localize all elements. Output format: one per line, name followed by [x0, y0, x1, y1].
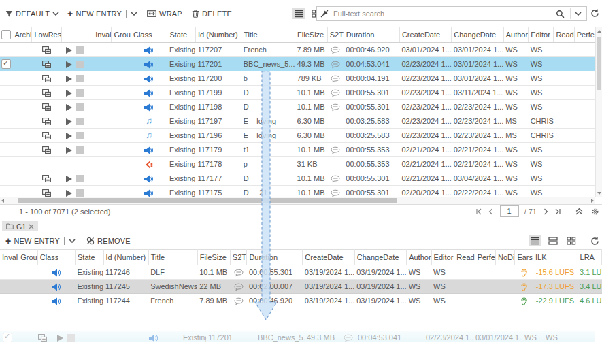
col-id[interactable]: Id (Number)	[103, 250, 148, 265]
table-row[interactable]: Existing 117178 p 31 KB 00:00:55.353 02/…	[0, 157, 595, 171]
table-row[interactable]: Existing 117246 DLF 10.1 MB 00:00:55.301…	[0, 265, 602, 280]
pin-slash-icon[interactable]	[320, 10, 329, 18]
col-perfe[interactable]: Perfe	[475, 250, 495, 265]
select-all-checkbox[interactable]	[1, 30, 11, 39]
list-view-button[interactable]	[529, 235, 541, 246]
col-perfe[interactable]: Perfe	[574, 27, 595, 43]
page-input[interactable]: 1	[500, 205, 519, 217]
scrollbar-thumb[interactable]	[597, 37, 601, 90]
horizontal-scrollbar[interactable]	[0, 197, 595, 204]
delete-button[interactable]: DELETE	[192, 10, 232, 18]
stop-icon[interactable]	[76, 118, 84, 125]
col-title[interactable]: Title	[148, 250, 197, 265]
col-ilk[interactable]: ILK	[533, 250, 578, 265]
stop-icon[interactable]	[76, 75, 84, 82]
col-ears[interactable]: Ears	[515, 250, 533, 265]
stop-icon[interactable]	[76, 103, 84, 111]
play-icon[interactable]	[66, 104, 72, 111]
scrollbar-thumb[interactable]	[18, 198, 397, 203]
col-archi[interactable]: Archi	[12, 27, 32, 43]
table-row[interactable]: Existing 117207 French 7.89 MB 00:00:46.…	[0, 43, 595, 57]
play-icon[interactable]	[66, 76, 72, 82]
table-row[interactable]: Existing 117198 D 10.1 MB 00:00:55.301 0…	[0, 100, 595, 114]
stop-icon[interactable]	[76, 132, 84, 139]
col-class[interactable]: Class	[37, 250, 75, 265]
col-nodi[interactable]: NoDi	[495, 250, 514, 265]
col-duration[interactable]: Duration	[247, 250, 303, 265]
col-s2t[interactable]: S2T	[327, 27, 344, 43]
play-icon[interactable]	[66, 176, 72, 182]
stop-icon[interactable]	[76, 89, 84, 97]
col-lra[interactable]: LRA	[578, 250, 601, 265]
stop-icon[interactable]	[76, 189, 84, 197]
wrap-button[interactable]: WRAP	[147, 10, 182, 18]
play-icon[interactable]	[66, 147, 72, 154]
remove-button[interactable]: REMOVE	[86, 237, 131, 245]
col-changedate[interactable]: ChangeDate	[452, 27, 503, 43]
col-grou[interactable]: Grou	[112, 27, 131, 43]
col-id[interactable]: Id (Number)	[195, 27, 241, 43]
first-page-icon[interactable]	[475, 208, 482, 215]
prev-page-icon[interactable]	[488, 208, 495, 215]
col-state[interactable]: State	[76, 250, 104, 265]
rows-view-button[interactable]	[547, 235, 559, 246]
col-read[interactable]: Read	[454, 250, 475, 265]
tab-g1[interactable]: G1	[2, 221, 38, 231]
col-author[interactable]: Author	[407, 250, 431, 265]
table-row[interactable]: Existing 117200 b 789 KB 00:00:04.191 02…	[0, 71, 595, 86]
play-icon[interactable]	[66, 47, 72, 54]
table-row[interactable]: Existing 117179 t1 10.1 MB 00:00:55.353 …	[0, 143, 595, 157]
refresh-icon[interactable]	[590, 237, 599, 246]
scroll-left-icon[interactable]	[1, 199, 4, 203]
table-row-selected[interactable]: Existing 117201 BBC_news_5... 49.3 MB 00…	[0, 57, 595, 71]
next-page-icon[interactable]	[542, 208, 549, 215]
stop-icon[interactable]	[76, 146, 84, 154]
col-grou[interactable]: Grou	[18, 250, 37, 265]
col-changedate[interactable]: ChangeDate	[354, 250, 406, 265]
stop-icon[interactable]	[76, 46, 84, 54]
table-row[interactable]: Existing 117199 D 10.1 MB 00:00:55.301 0…	[0, 86, 595, 100]
col-lowres[interactable]: LowRes	[32, 27, 62, 43]
table-row-selected[interactable]: Existing 117245 SwedishNews 22 MB 00:02:…	[0, 280, 602, 294]
stop-icon[interactable]	[76, 175, 84, 182]
grid-view-button[interactable]	[565, 235, 578, 246]
col-filesize[interactable]: FileSize	[197, 250, 230, 265]
play-icon[interactable]	[66, 61, 72, 68]
header-select-all[interactable]	[0, 27, 12, 43]
close-icon[interactable]	[29, 224, 34, 229]
col-inval[interactable]: Inval	[0, 250, 18, 265]
last-page-icon[interactable]	[554, 208, 561, 215]
col-title[interactable]: Title	[241, 27, 295, 43]
vertical-scrollbar[interactable]	[595, 27, 602, 197]
collapse-panel-icon[interactable]	[575, 208, 583, 215]
pane-splitter[interactable]	[0, 218, 602, 218]
table-row[interactable]: Existing 117244 French 7.89 MB 00:00:46.…	[0, 294, 602, 308]
scroll-down-icon[interactable]	[597, 192, 601, 195]
gear-icon[interactable]	[591, 208, 599, 216]
col-filesize[interactable]: FileSize	[295, 27, 328, 43]
col-read[interactable]: Read	[554, 27, 574, 43]
col-s2t[interactable]: S2T	[230, 250, 247, 265]
play-icon[interactable]	[66, 190, 72, 197]
col-class[interactable]: Class	[131, 27, 167, 43]
play-icon[interactable]	[66, 90, 72, 97]
col-editor[interactable]: Editor	[431, 250, 454, 265]
stop-icon[interactable]	[76, 61, 84, 68]
search-chevron-down-icon[interactable]	[575, 12, 582, 16]
play-icon[interactable]	[66, 133, 72, 139]
col-author[interactable]: Author	[503, 27, 528, 43]
table-row[interactable]: Existing 117175 D 21 10.1 MB 00:00:55.30…	[0, 186, 595, 198]
scroll-right-icon[interactable]	[591, 199, 594, 203]
search-input[interactable]	[332, 9, 553, 18]
search-icon[interactable]	[556, 10, 565, 18]
col-createdate[interactable]: CreateDate	[303, 250, 354, 265]
col-state[interactable]: State	[167, 27, 196, 43]
table-row[interactable]: ♫ Existing 117196 E loving 6.30 MB 00:03…	[0, 129, 595, 143]
table-row[interactable]: ♫ Existing 117197 E loving 6.30 MB 00:03…	[0, 114, 595, 129]
refresh-icon[interactable]	[590, 9, 599, 18]
col-editor[interactable]: Editor	[529, 27, 554, 43]
scroll-up-icon[interactable]	[597, 30, 601, 33]
col-createdate[interactable]: CreateDate	[399, 27, 451, 43]
new-entry-button[interactable]: + NEW ENTRY	[5, 237, 76, 245]
list-view-button[interactable]	[292, 8, 305, 19]
